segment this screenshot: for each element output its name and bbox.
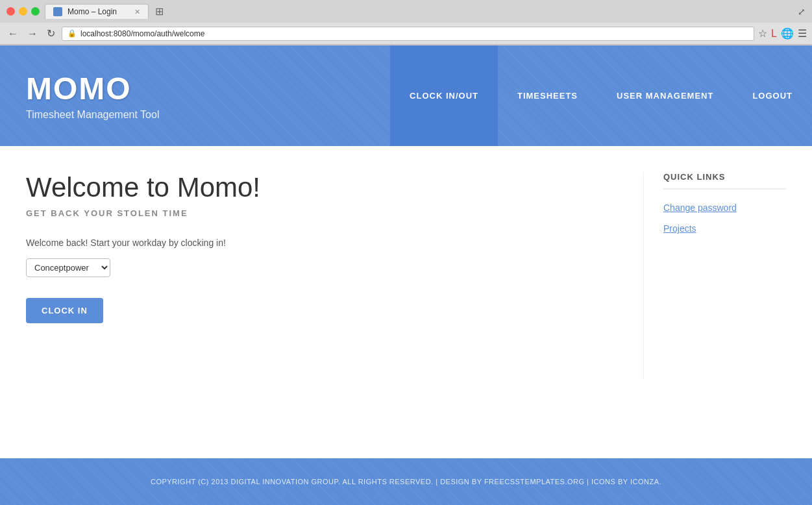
fullscreen-button[interactable]: ⤢ (798, 6, 806, 17)
close-button[interactable] (6, 7, 15, 16)
lock-icon: 🔒 (68, 29, 77, 38)
maximize-button[interactable] (31, 7, 40, 16)
tab-close-icon[interactable]: ✕ (134, 8, 140, 16)
page-heading: Welcome to Momo! (26, 172, 617, 203)
content-left: Welcome to Momo! GET BACK YOUR STOLEN TI… (26, 172, 617, 380)
site-subtitle: Timesheet Management Tool (26, 109, 364, 121)
extensions-button[interactable]: 🌐 (781, 27, 794, 40)
tab-bar: Momo – Login ✕ ⊞ (45, 4, 167, 19)
browser-chrome: Momo – Login ✕ ⊞ ⤢ ← → ↻ 🔒 localhost:808… (0, 0, 812, 45)
lastpass-icon[interactable]: L (771, 28, 777, 40)
address-bar[interactable]: 🔒 localhost:8080/momo/auth/welcome (62, 27, 754, 41)
site-footer: COPYRIGHT (C) 2013 DIGITAL INNOVATION GR… (0, 458, 812, 505)
footer-text: COPYRIGHT (C) 2013 DIGITAL INNOVATION GR… (151, 478, 661, 486)
site-header: MOMO Timesheet Management Tool CLOCK IN/… (0, 45, 812, 146)
change-password-link[interactable]: Change password (663, 203, 786, 213)
window-controls (6, 7, 40, 16)
page-wrapper: Momo – Login ✕ ⊞ ⤢ ← → ↻ 🔒 localhost:808… (0, 0, 812, 505)
clock-in-button[interactable]: CLOCK IN (26, 298, 103, 323)
welcome-message: Welcome back! Start your workday by cloc… (26, 238, 617, 248)
company-select[interactable]: Conceptpower (26, 258, 110, 277)
nav-user-management[interactable]: USER MANAGEMENT (597, 45, 733, 146)
nav-timesheets[interactable]: TIMESHEETS (498, 45, 597, 146)
nav-clock-inout[interactable]: CLOCK IN/OUT (390, 45, 498, 146)
back-button[interactable]: ← (5, 27, 21, 41)
menu-button[interactable]: ☰ (798, 27, 807, 40)
forward-button[interactable]: → (25, 27, 40, 41)
tab-title: Momo – Login (68, 7, 117, 16)
projects-link[interactable]: Projects (663, 223, 786, 234)
tab-favicon (53, 7, 62, 16)
browser-actions: ☆ L 🌐 ☰ (758, 27, 807, 40)
site-title: MOMO (26, 71, 364, 106)
minimize-button[interactable] (19, 7, 27, 16)
browser-toolbar: ← → ↻ 🔒 localhost:8080/momo/auth/welcome… (0, 23, 812, 45)
bookmark-button[interactable]: ☆ (758, 27, 767, 40)
content-right: QUICK LINKS Change password Projects (643, 172, 786, 380)
main-content: Welcome to Momo! GET BACK YOUR STOLEN TI… (0, 146, 812, 406)
site-branding: MOMO Timesheet Management Tool (0, 51, 390, 140)
refresh-button[interactable]: ↻ (44, 26, 58, 41)
title-bar: Momo – Login ✕ ⊞ ⤢ (0, 0, 812, 23)
page-subheading: GET BACK YOUR STOLEN TIME (26, 208, 617, 218)
site-nav: CLOCK IN/OUT TIMESHEETS USER MANAGEMENT … (390, 45, 812, 146)
nav-logout[interactable]: LOGOUT (733, 45, 812, 146)
browser-tab[interactable]: Momo – Login ✕ (45, 4, 149, 19)
quick-links-title: QUICK LINKS (663, 172, 786, 190)
new-tab-button[interactable]: ⊞ (151, 4, 167, 19)
url-text: localhost:8080/momo/auth/welcome (80, 29, 204, 38)
